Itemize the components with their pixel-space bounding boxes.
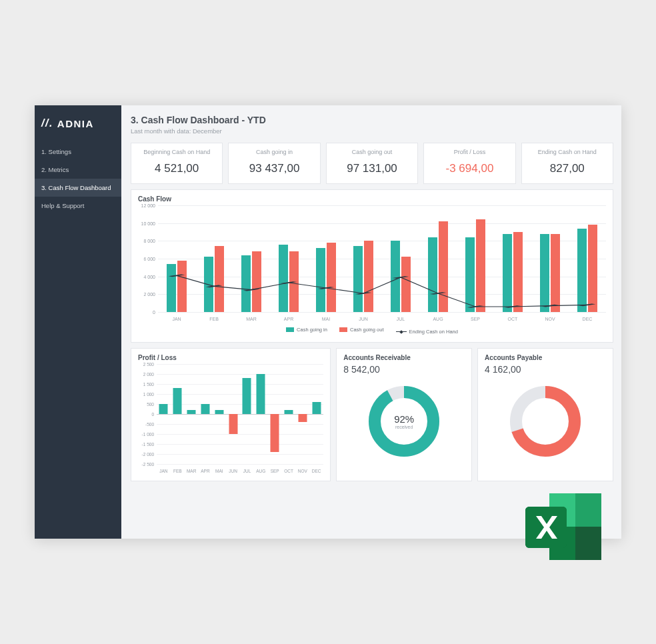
payable-panel: Accounts Payable 4 162,00 (477, 348, 613, 481)
kpi-value: -3 694,00 (428, 162, 511, 175)
cashflow-title: Cash Flow (138, 195, 606, 203)
brand-logo: //. ADNIA (35, 115, 121, 143)
kpi-label: Profit / Loss (428, 149, 511, 155)
app-window: //. ADNIA 1. Settings2. Metrics3. Cash F… (35, 105, 621, 539)
sidebar: //. ADNIA 1. Settings2. Metrics3. Cash F… (35, 105, 121, 539)
kpi-card-4: Ending Cash on Hand827,00 (521, 143, 613, 184)
sidebar-item-0[interactable]: 1. Settings (35, 143, 121, 161)
receivable-donut: 92% received (343, 381, 465, 461)
brand-name: ADNIA (57, 118, 94, 129)
kpi-label: Beginning Cash on Hand (135, 149, 218, 155)
kpi-card-0: Beginning Cash on Hand4 521,00 (131, 143, 223, 184)
receivable-title: Accounts Receivable (343, 354, 465, 361)
legend-item-out: Cash going out (339, 327, 383, 333)
kpi-label: Cash going in (233, 149, 315, 155)
excel-icon (520, 488, 607, 571)
svg-rect-20 (575, 527, 601, 560)
kpi-value: 827,00 (526, 162, 609, 175)
legend-item-end: Ending Cash on Hand (396, 329, 458, 335)
cashflow-panel: Cash Flow 02 0004 0006 0008 00010 00012 … (131, 189, 613, 343)
page-title: 3. Cash Flow Dashboard - YTD (131, 115, 613, 125)
legend-item-in: Cash going in (286, 327, 327, 333)
page-subtitle: Last month with data: December (131, 127, 613, 135)
profit-loss-panel: Profit / Loss -2 500-2 000-1 500-1 000-5… (131, 348, 331, 481)
kpi-value: 4 521,00 (135, 162, 218, 175)
kpi-value: 97 131,00 (331, 162, 413, 175)
cashflow-chart: 02 0004 0006 0008 00010 00012 000JANFEBM… (158, 205, 606, 312)
sidebar-item-2[interactable]: 3. Cash Flow Dashboard (35, 179, 121, 197)
sidebar-item-3[interactable]: Help & Support (35, 197, 121, 215)
payable-title: Accounts Payable (485, 354, 606, 361)
kpi-value: 93 437,00 (233, 162, 315, 175)
brand-mark-icon: //. (41, 117, 53, 129)
profit-loss-chart: -2 500-2 000-1 500-1 000-50005001 0001 5… (157, 364, 323, 464)
nav-list: 1. Settings2. Metrics3. Cash Flow Dashbo… (35, 143, 121, 215)
cashflow-legend: Cash going in Cash going out Ending Cash… (138, 327, 606, 335)
svg-rect-18 (575, 493, 601, 527)
payable-value: 4 162,00 (485, 364, 606, 375)
payable-donut (485, 381, 606, 461)
sidebar-item-1[interactable]: 2. Metrics (35, 161, 121, 179)
receivable-panel: Accounts Receivable 8 542,00 92% receive… (336, 348, 472, 481)
kpi-card-3: Profit / Loss-3 694,00 (423, 143, 515, 184)
profit-loss-title: Profit / Loss (138, 354, 323, 361)
kpi-label: Cash going out (331, 149, 413, 155)
kpi-label: Ending Cash on Hand (526, 149, 609, 155)
kpi-row: Beginning Cash on Hand4 521,00Cash going… (131, 143, 613, 184)
bottom-row: Profit / Loss -2 500-2 000-1 500-1 000-5… (131, 348, 613, 481)
receivable-value: 8 542,00 (343, 364, 465, 375)
receivable-center: 92% received (394, 413, 414, 429)
kpi-card-2: Cash going out97 131,00 (326, 143, 418, 184)
main-content: 3. Cash Flow Dashboard - YTD Last month … (121, 105, 621, 539)
kpi-card-1: Cash going in93 437,00 (228, 143, 320, 184)
